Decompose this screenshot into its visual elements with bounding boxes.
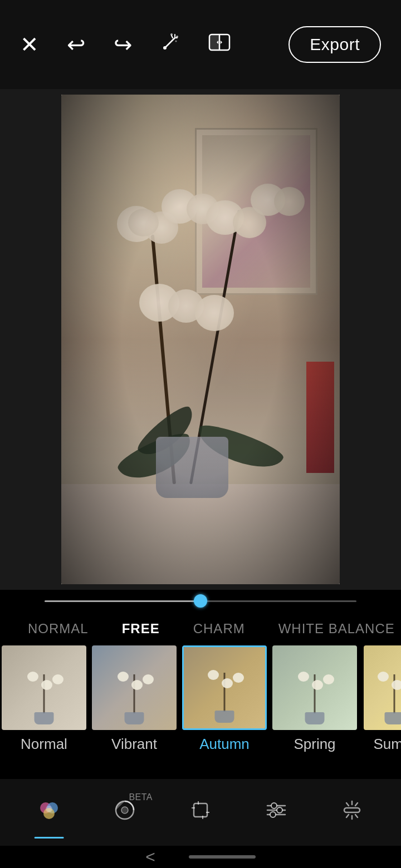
svg-point-7 bbox=[175, 40, 177, 42]
tool-adjust-button[interactable] bbox=[252, 791, 301, 834]
thumb-pot-v bbox=[125, 712, 144, 724]
slider-thumb[interactable] bbox=[194, 594, 207, 608]
filter-normal-label: Normal bbox=[21, 736, 67, 753]
thumb-flower-a3 bbox=[233, 673, 244, 683]
svg-line-30 bbox=[355, 803, 358, 806]
redo-icon: ↪ bbox=[114, 32, 133, 57]
home-pill bbox=[189, 855, 256, 859]
filter-spring-label: Spring bbox=[294, 736, 335, 753]
filter-summer-label: Summ bbox=[373, 736, 401, 753]
thumb-autumn-orchid bbox=[202, 667, 247, 723]
svg-rect-28 bbox=[344, 808, 360, 812]
vignette-overlay bbox=[61, 95, 340, 584]
filter-tabs-bar: NORMAL FREE CHARM WHITE BALANCE BL bbox=[0, 612, 401, 645]
thumb-flower-su1 bbox=[378, 672, 389, 682]
thumb-flower-2 bbox=[41, 680, 52, 690]
thumb-flower-s3 bbox=[323, 674, 334, 684]
thumb-flower-s1 bbox=[298, 672, 309, 682]
adjust-icon bbox=[263, 797, 290, 828]
filter-thumb-autumn[interactable]: Autumn bbox=[180, 645, 268, 753]
filter-thumb-summer[interactable]: Summ bbox=[361, 645, 401, 753]
filter-thumb-vibrant-img bbox=[92, 645, 177, 730]
thumb-pot bbox=[35, 712, 54, 724]
export-button[interactable]: Export bbox=[288, 26, 381, 63]
filter-thumb-summer-img bbox=[364, 645, 401, 730]
close-icon: ✕ bbox=[20, 32, 39, 57]
slider-track bbox=[45, 600, 356, 602]
filter-thumb-autumn-img bbox=[182, 645, 267, 730]
thumb-flower-v3 bbox=[143, 674, 154, 684]
svg-point-27 bbox=[270, 812, 276, 817]
filter-autumn-label: Autumn bbox=[199, 736, 250, 753]
close-button[interactable]: ✕ bbox=[20, 32, 39, 57]
compare-icon bbox=[208, 31, 231, 58]
thumb-flower-v1 bbox=[118, 672, 129, 682]
image-area bbox=[0, 89, 401, 590]
svg-point-26 bbox=[277, 807, 282, 813]
tool-retouch-button[interactable] bbox=[327, 791, 376, 834]
filter-slider-area bbox=[0, 590, 401, 612]
svg-line-1 bbox=[172, 36, 173, 38]
thumb-flower-a1 bbox=[208, 670, 219, 680]
svg-line-34 bbox=[346, 815, 349, 817]
thumb-pot-a bbox=[215, 711, 234, 723]
thumb-flower-s2 bbox=[312, 680, 323, 690]
bottom-toolbar: BETA bbox=[0, 779, 401, 846]
thumb-pot-su bbox=[385, 712, 402, 724]
filter-thumb-vibrant[interactable]: Vibrant bbox=[90, 645, 178, 753]
svg-point-4 bbox=[163, 46, 167, 50]
beta-badge: BETA bbox=[129, 792, 153, 802]
svg-point-14 bbox=[46, 806, 52, 812]
crop-icon bbox=[187, 797, 214, 828]
thumb-vibrant-orchid bbox=[112, 669, 157, 724]
back-chevron[interactable]: < bbox=[145, 847, 155, 866]
thumb-flower-v2 bbox=[131, 680, 143, 690]
top-bar-left: ✕ ↩ ↪ bbox=[20, 31, 231, 58]
tab-normal[interactable]: NORMAL bbox=[11, 621, 105, 637]
thumb-flower-3 bbox=[52, 674, 63, 684]
svg-line-0 bbox=[165, 38, 175, 48]
thumb-summer-orchid bbox=[372, 669, 401, 724]
redo-button[interactable]: ↪ bbox=[114, 32, 133, 57]
filter-thumb-normal-img bbox=[2, 645, 86, 730]
tab-charm[interactable]: CHARM bbox=[177, 621, 262, 637]
slider-fill bbox=[45, 600, 200, 602]
photo-frame bbox=[61, 95, 340, 584]
tool-color-button[interactable] bbox=[25, 791, 74, 834]
thumb-flower-su2 bbox=[392, 680, 401, 690]
retouch-icon bbox=[339, 797, 365, 828]
filter-vibrant-label: Vibrant bbox=[111, 736, 157, 753]
svg-point-6 bbox=[176, 36, 178, 38]
thumb-flower-a2 bbox=[222, 678, 233, 688]
filter-thumb-normal[interactable]: Normal bbox=[0, 645, 88, 753]
filter-thumb-spring[interactable]: Spring bbox=[271, 645, 359, 753]
magic-icon bbox=[160, 32, 180, 57]
filter-thumb-spring-img bbox=[272, 645, 357, 730]
compare-button[interactable] bbox=[208, 31, 231, 58]
thumb-spring-orchid bbox=[292, 669, 337, 724]
tab-free[interactable]: FREE bbox=[105, 621, 177, 637]
svg-point-16 bbox=[121, 807, 128, 813]
svg-rect-17 bbox=[194, 803, 207, 817]
home-indicator-area: < bbox=[0, 846, 401, 868]
svg-point-5 bbox=[170, 33, 173, 36]
svg-point-25 bbox=[271, 803, 277, 808]
undo-button[interactable]: ↩ bbox=[67, 32, 86, 57]
svg-line-31 bbox=[346, 803, 349, 806]
magic-button[interactable] bbox=[160, 32, 180, 57]
tool-crop-button[interactable] bbox=[176, 791, 225, 834]
filter-thumbnails-row: Normal Vibrant Autum bbox=[0, 645, 401, 773]
top-bar: ✕ ↩ ↪ bbox=[0, 0, 401, 89]
color-icon bbox=[36, 797, 62, 828]
thumb-pot-s bbox=[305, 712, 325, 724]
tab-white-balance[interactable]: WHITE BALANCE bbox=[262, 621, 401, 637]
undo-icon: ↩ bbox=[67, 32, 86, 57]
tool-lens-button[interactable]: BETA bbox=[100, 791, 149, 834]
svg-line-33 bbox=[355, 815, 358, 817]
thumb-normal-orchid bbox=[22, 669, 66, 724]
thumb-flower-1 bbox=[27, 672, 38, 682]
